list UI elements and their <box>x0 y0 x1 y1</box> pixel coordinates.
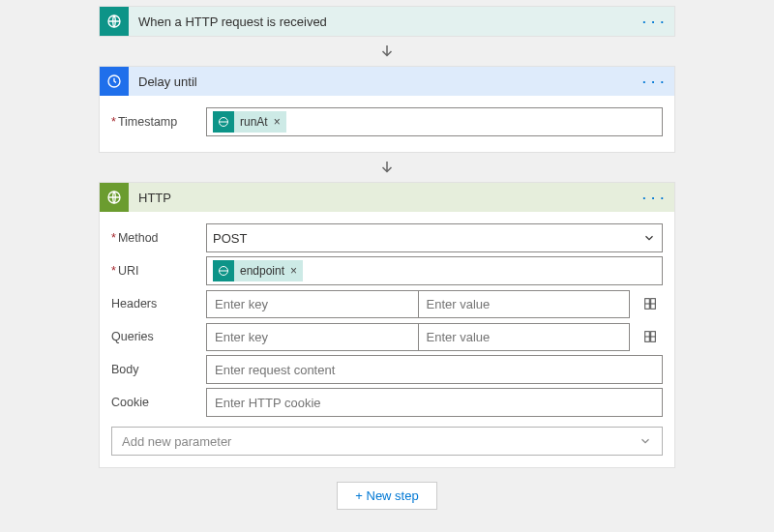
trigger-header[interactable]: When a HTTP request is received · · · <box>100 7 674 36</box>
runat-token[interactable]: runAt × <box>213 111 286 133</box>
queries-key-input[interactable] <box>207 324 418 350</box>
queries-text-mode-button[interactable] <box>638 324 663 349</box>
uri-label: URI <box>111 264 198 278</box>
token-icon <box>213 111 234 133</box>
chevron-down-icon <box>639 434 652 448</box>
uri-field[interactable]: endpoint × <box>206 256 663 285</box>
http-body: Method POST URI endpoint × <box>100 212 674 467</box>
headers-kv <box>206 290 630 318</box>
runat-token-remove[interactable]: × <box>268 115 286 129</box>
headers-text-mode-button[interactable] <box>638 291 663 316</box>
http-title: HTTP <box>129 191 642 205</box>
delay-header[interactable]: Delay until · · · <box>100 67 674 96</box>
queries-label: Queries <box>111 330 198 343</box>
trigger-menu-button[interactable]: · · · <box>642 15 665 29</box>
cookie-input[interactable] <box>206 388 663 417</box>
timestamp-label: Timestamp <box>111 115 198 129</box>
http-menu-button[interactable]: · · · <box>642 191 665 205</box>
http-header[interactable]: HTTP · · · <box>100 183 674 212</box>
clock-icon <box>100 67 129 96</box>
cookie-label: Cookie <box>111 396 198 409</box>
queries-kv <box>206 323 630 351</box>
connector-arrow <box>0 159 774 176</box>
trigger-title: When a HTTP request is received <box>129 15 642 29</box>
headers-value-input[interactable] <box>418 291 630 317</box>
chevron-down-icon <box>642 231 656 245</box>
add-parameter-label: Add new parameter <box>122 434 231 449</box>
endpoint-token[interactable]: endpoint × <box>213 260 303 281</box>
body-input[interactable] <box>206 355 663 384</box>
delay-title: Delay until <box>129 74 642 89</box>
trigger-card: When a HTTP request is received · · · <box>99 6 675 37</box>
add-parameter-dropdown[interactable]: Add new parameter <box>111 427 663 456</box>
flow-canvas: When a HTTP request is received · · · De… <box>0 6 774 510</box>
endpoint-token-label: endpoint <box>240 264 284 278</box>
http-card: HTTP · · · Method POST URI <box>99 182 675 468</box>
connector-arrow <box>0 43 774 60</box>
method-select[interactable]: POST <box>206 223 663 252</box>
endpoint-token-remove[interactable]: × <box>284 264 303 278</box>
timestamp-field[interactable]: runAt × <box>206 107 663 136</box>
delay-body: Timestamp runAt × <box>100 96 674 152</box>
delay-card: Delay until · · · Timestamp runAt × <box>99 66 675 153</box>
method-label: Method <box>111 231 198 245</box>
new-step-button[interactable]: + New step <box>337 482 436 510</box>
body-label: Body <box>111 363 198 376</box>
headers-key-input[interactable] <box>207 291 418 317</box>
http-request-icon <box>100 7 129 36</box>
globe-icon <box>100 183 129 212</box>
token-icon <box>213 260 234 281</box>
queries-value-input[interactable] <box>418 324 630 350</box>
method-value: POST <box>213 231 247 246</box>
headers-label: Headers <box>111 297 198 310</box>
delay-menu-button[interactable]: · · · <box>642 74 665 89</box>
runat-token-label: runAt <box>240 115 268 129</box>
